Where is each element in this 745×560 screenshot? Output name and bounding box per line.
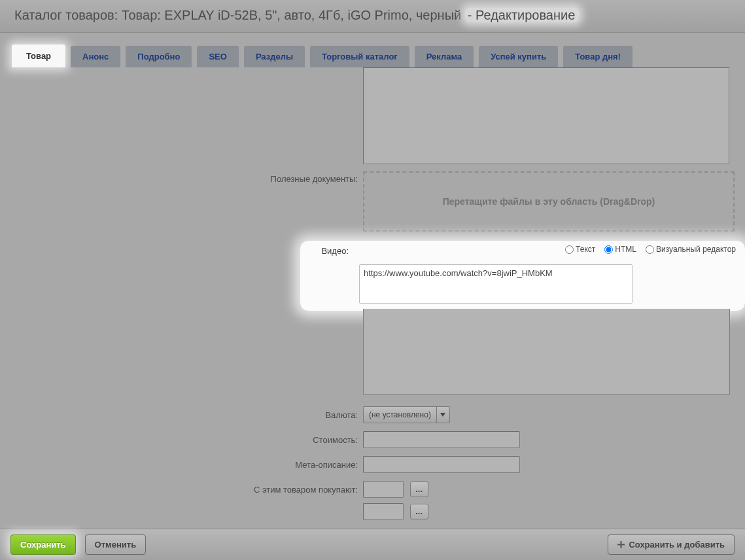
related-label: С этим товаром покупают: bbox=[0, 481, 363, 495]
tab-sections[interactable]: Разделы bbox=[244, 46, 305, 67]
meta-input[interactable] bbox=[363, 456, 520, 473]
price-input[interactable] bbox=[363, 431, 520, 448]
video-mode-text[interactable]: Текст bbox=[565, 245, 595, 254]
title-suffix: - Редактирование bbox=[465, 8, 580, 22]
title-prefix: Каталог товаров: Товар: EXPLAY iD-52B, 5… bbox=[14, 8, 461, 22]
page-header: Каталог товаров: Товар: EXPLAY iD-52B, 5… bbox=[0, 0, 745, 33]
cancel-button[interactable]: Отменить bbox=[85, 534, 147, 555]
video-mode-visual[interactable]: Визуальный редактор bbox=[646, 245, 736, 254]
video-mode-radios: Текст HTML Визуальный редактор bbox=[565, 245, 736, 254]
tab-ads[interactable]: Реклама bbox=[415, 46, 474, 67]
docs-label: Полезные документы: bbox=[0, 170, 363, 184]
currency-label: Валюта: bbox=[0, 406, 363, 420]
tab-catalog[interactable]: Торговый каталог bbox=[310, 46, 409, 67]
chevron-down-icon bbox=[436, 407, 449, 423]
tab-anons[interactable]: Анонс bbox=[71, 46, 120, 67]
upper-textarea[interactable] bbox=[363, 67, 729, 164]
video-radio-visual[interactable] bbox=[646, 245, 654, 254]
plus-icon bbox=[617, 541, 625, 548]
video-radio-text[interactable] bbox=[565, 245, 574, 254]
related-browse-2[interactable]: ... bbox=[410, 504, 428, 519]
currency-value: (не установлено) bbox=[364, 410, 436, 419]
save-button[interactable]: Сохранить bbox=[10, 534, 76, 555]
save-and-add-button[interactable]: Сохранить и добавить bbox=[608, 534, 735, 555]
footer-bar: Сохранить Отменить Сохранить и добавить bbox=[0, 529, 745, 560]
related-browse-1[interactable]: ... bbox=[410, 481, 428, 497]
related-input-1[interactable] bbox=[363, 481, 404, 498]
price-label: Стоимость: bbox=[0, 431, 363, 445]
dropzone-text: Перетащите файлы в эту область (Drag&Dro… bbox=[443, 196, 655, 207]
tab-product[interactable]: Товар bbox=[12, 44, 65, 67]
video-radio-html[interactable] bbox=[604, 245, 613, 254]
related-input-2[interactable] bbox=[363, 503, 404, 520]
tab-seo[interactable]: SEO bbox=[197, 46, 238, 67]
tab-buy[interactable]: Успей купить bbox=[479, 46, 558, 67]
video-label: Видео: bbox=[299, 246, 354, 256]
docs-dropzone[interactable]: Перетащите файлы в эту область (Drag&Dro… bbox=[363, 171, 735, 232]
video-textarea[interactable] bbox=[359, 264, 632, 304]
video-section: Видео: Текст HTML Визуальный редактор bbox=[300, 241, 745, 311]
video-mode-html[interactable]: HTML bbox=[604, 245, 636, 254]
form-area: Полезные документы: Перетащите файлы в э… bbox=[0, 67, 745, 520]
meta-label: Мета-описание: bbox=[0, 456, 363, 470]
tab-day[interactable]: Товар дня! bbox=[563, 46, 632, 67]
video-lower-area[interactable] bbox=[363, 309, 730, 394]
page-title: Каталог товаров: Товар: EXPLAY iD-52B, 5… bbox=[14, 8, 732, 23]
tab-detail[interactable]: Подробно bbox=[126, 46, 192, 67]
currency-select[interactable]: (не установлено) bbox=[363, 406, 450, 423]
tab-bar: Товар Анонс Подробно SEO Разделы Торговы… bbox=[0, 33, 745, 67]
